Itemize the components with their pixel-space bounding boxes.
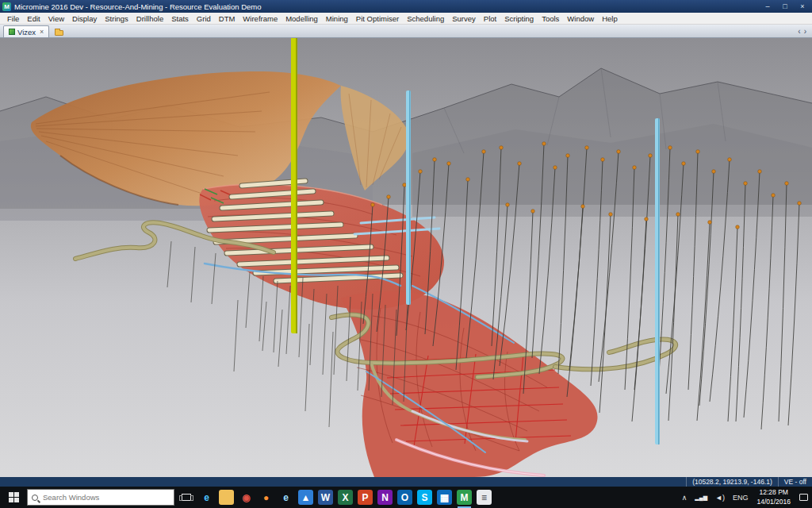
excel-glyph: X [338,490,353,505]
window-title: Micromine 2016 Dev - Resource-And-Mining… [14,2,262,11]
action-center-icon [799,494,808,501]
outlook-icon[interactable]: O [395,487,415,508]
menu-grid[interactable]: Grid [193,14,215,23]
firefox-icon[interactable]: ● [256,487,276,508]
tab-scroll-right-icon[interactable]: › [804,27,806,36]
clock-time: 12:28 PM [760,488,788,497]
maximize-button[interactable]: □ [778,1,792,12]
titlebar: M Micromine 2016 Dev - Resource-And-Mini… [0,0,812,13]
windows-taskbar: e◉●e▲WXPNOS▦M≡ ∧ ▂▄▆ ◄) ENG 12:28 PM 14/… [0,487,812,508]
menu-file[interactable]: File [3,14,23,23]
onenote-glyph: N [377,490,393,505]
store-glyph: ▦ [437,490,452,505]
tab-scroll-left-icon[interactable]: ‹ [798,27,800,36]
menu-pit-optimiser[interactable]: Pit Optimiser [352,14,403,23]
micromine-window: M Micromine 2016 Dev - Resource-And-Mini… [0,0,812,508]
internet-explorer-glyph: e [278,490,293,505]
menu-stats[interactable]: Stats [167,14,193,23]
micromine-icon[interactable]: M [454,487,474,508]
tabbar: Vizex × ‹ › [0,25,812,38]
tab-scroll-controls: ‹ › [798,27,809,37]
firefox-glyph: ● [259,490,274,505]
search-input[interactable] [41,492,170,502]
open-file-button[interactable] [52,26,65,37]
clock-date: 14/01/2016 [756,498,791,506]
excel-icon[interactable]: X [335,487,355,508]
task-view-icon [182,494,191,501]
outlook-glyph: O [397,490,412,505]
3d-scene [0,38,812,477]
menu-edit[interactable]: Edit [23,14,44,23]
vizex-cube-icon [9,29,15,35]
taskbar-app-icons: e◉●e▲WXPNOS▦M≡ [197,487,494,508]
skype-icon[interactable]: S [415,487,435,508]
store-icon[interactable]: ▦ [435,487,454,508]
language-indicator[interactable]: ENG [729,487,753,508]
micromine-glyph: M [457,490,472,505]
notepad-glyph: ≡ [477,490,492,505]
task-view-button[interactable] [176,487,197,508]
volume-icon[interactable]: ◄) [711,487,729,508]
tray-expand-icon[interactable]: ∧ [678,487,691,508]
tab-close-icon[interactable]: × [40,28,44,36]
notepad-icon[interactable]: ≡ [474,487,494,508]
taskbar-clock[interactable]: 12:28 PM 14/01/2016 [752,488,795,506]
windows-logo-icon [9,492,19,502]
action-center-button[interactable] [795,487,812,508]
folder-icon [55,30,63,36]
onenote-icon[interactable]: N [375,487,395,508]
status-vertical-exaggeration: VE - off [778,477,812,487]
start-button[interactable] [0,487,27,508]
menu-drillhole[interactable]: Drillhole [132,14,167,23]
minimize-button[interactable]: – [760,1,775,12]
menu-view[interactable]: View [44,14,68,23]
menu-scheduling[interactable]: Scheduling [403,14,448,23]
chrome-icon[interactable]: ◉ [236,487,256,508]
word-glyph: W [318,490,333,505]
menu-modelling[interactable]: Modelling [282,14,322,23]
menu-dtm[interactable]: DTM [215,14,239,23]
skype-glyph: S [417,490,432,505]
menu-window[interactable]: Window [563,14,598,23]
network-icon[interactable]: ▂▄▆ [691,487,711,508]
menu-display[interactable]: Display [68,14,101,23]
menu-wireframe[interactable]: Wireframe [239,14,282,23]
file-explorer-glyph [219,490,234,505]
menu-tools[interactable]: Tools [538,14,563,23]
edge-icon[interactable]: e [197,487,216,508]
menubar: FileEditViewDisplayStringsDrillholeStats… [0,13,812,25]
taskbar-search[interactable] [27,489,174,506]
tab-vizex-label: Vizex [17,28,36,37]
tab-vizex[interactable]: Vizex × [3,25,49,37]
status-coordinates: (10528.2, 19213.9, -146.1) [686,477,778,487]
edge-glyph: e [199,490,214,505]
menu-mining[interactable]: Mining [322,14,352,23]
powerpoint-glyph: P [358,490,373,505]
photos-icon[interactable]: ▲ [296,487,316,508]
system-tray: ∧ ▂▄▆ ◄) ENG 12:28 PM 14/01/2016 [678,487,812,508]
word-icon[interactable]: W [316,487,335,508]
chrome-glyph: ◉ [239,490,254,505]
menu-strings[interactable]: Strings [101,14,132,23]
menu-plot[interactable]: Plot [480,14,500,23]
vizex-viewport[interactable] [0,38,812,477]
photos-glyph: ▲ [298,490,313,505]
file-explorer-icon[interactable] [216,487,236,508]
internet-explorer-icon[interactable]: e [276,487,296,508]
close-button[interactable]: × [795,1,810,12]
menu-survey[interactable]: Survey [448,14,480,23]
statusbar: (10528.2, 19213.9, -146.1) VE - off [0,477,812,487]
menu-scripting[interactable]: Scripting [500,14,538,23]
menu-help[interactable]: Help [598,14,622,23]
search-icon [32,495,38,501]
micromine-logo-icon: M [2,2,11,11]
powerpoint-icon[interactable]: P [355,487,375,508]
